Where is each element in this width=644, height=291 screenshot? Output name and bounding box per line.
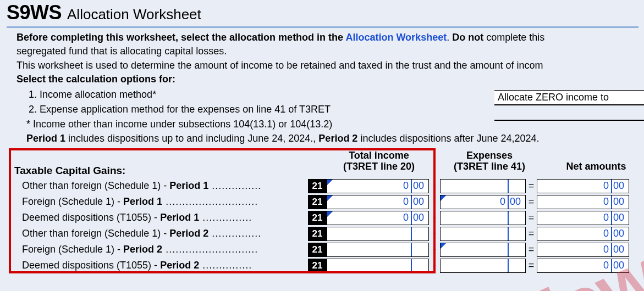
expenses-field[interactable]: 000: [440, 195, 526, 209]
header-expenses-1: Expenses: [447, 150, 532, 161]
header-expenses-2: (T3RET line 41): [447, 161, 532, 172]
line-number-box: 21: [308, 243, 327, 257]
net-amount-field[interactable]: 000: [537, 179, 629, 193]
allocation-method-field[interactable]: Allocate ZERO income to: [494, 90, 644, 121]
line-number-box: 21: [308, 227, 327, 241]
select-options-heading: Select the calculation options for:: [16, 73, 639, 86]
line-number-box: 21: [308, 259, 327, 273]
expenses-field[interactable]: [440, 243, 526, 257]
line-number-box: 21: [308, 195, 327, 209]
table-row: Other than foreign (Schedule 1) - Period…: [14, 226, 639, 242]
dropdown-indicator-icon: [327, 195, 333, 201]
title-divider: [7, 26, 639, 28]
net-amount-field[interactable]: 000: [537, 211, 629, 225]
line-number-box: 21: [308, 211, 327, 225]
expenses-field[interactable]: [440, 227, 526, 241]
row-label: Deemed dispositions (T1055) - Period 1 .…: [14, 212, 308, 223]
dropdown-indicator-icon: [441, 243, 446, 249]
row-label: Other than foreign (Schedule 1) - Period…: [14, 180, 308, 192]
equals-op: =: [526, 260, 537, 271]
periods-note: Period 1 includes dispositions up to and…: [16, 132, 639, 145]
total-income-field[interactable]: 000: [327, 179, 429, 193]
allocation-worksheet-link[interactable]: Allocation Worksheet: [345, 32, 447, 43]
intro-para-2: This worksheet is used to determine the …: [16, 59, 639, 72]
minus-op: -: [429, 228, 440, 239]
expenses-field[interactable]: [440, 259, 526, 273]
table-row: Foreign (Schedule 1) - Period 1 ........…: [14, 194, 639, 210]
minus-op: -: [429, 244, 440, 255]
form-title: Allocation Worksheet: [67, 6, 201, 23]
row-label: Deemed dispositions (T1055) - Period 2 .…: [14, 260, 308, 271]
net-amount-field[interactable]: 000: [537, 227, 629, 241]
table-row: Deemed dispositions (T1055) - Period 1 .…: [14, 210, 639, 226]
allocation-method-value[interactable]: Allocate ZERO income to: [494, 90, 644, 105]
equals-op: =: [526, 228, 537, 239]
period2-text: includes dispositions after June 24,2024…: [357, 133, 539, 144]
section-title: Taxable Capital Gains:: [14, 165, 125, 177]
header-total-income-1: Total income: [328, 150, 430, 161]
period1-label: Period 1: [26, 133, 65, 144]
equals-op: =: [526, 244, 537, 255]
row-label: Foreign (Schedule 1) - Period 2 ........…: [14, 244, 308, 255]
net-amount-field[interactable]: 000: [537, 259, 629, 273]
row-label: Foreign (Schedule 1) - Period 1 ........…: [14, 196, 308, 208]
net-amount-field[interactable]: 000: [537, 195, 629, 209]
equals-op: =: [526, 180, 537, 192]
expenses-field[interactable]: [440, 179, 526, 193]
intro-para-1-donot: Do not: [452, 32, 483, 43]
total-income-field[interactable]: 000: [327, 211, 429, 225]
period2-label: Period 2: [318, 133, 357, 144]
row-label: Other than foreign (Schedule 1) - Period…: [14, 228, 308, 239]
form-code: S9WS: [7, 1, 62, 24]
total-income-field[interactable]: [327, 243, 429, 257]
intro-para-1-tail: complete this: [483, 32, 544, 43]
equals-op: =: [526, 212, 537, 223]
minus-op: -: [429, 260, 440, 271]
minus-op: -: [429, 180, 440, 192]
expenses-field[interactable]: [440, 211, 526, 225]
dropdown-indicator-icon: [327, 180, 333, 185]
header-net-amounts: Net amounts: [550, 161, 642, 172]
dropdown-indicator-icon: [327, 211, 333, 217]
table-row: Foreign (Schedule 1) - Period 2 ........…: [14, 242, 639, 258]
allocation-method-underline: [494, 108, 644, 121]
equals-op: =: [526, 196, 537, 208]
table-row: Deemed dispositions (T1055) - Period 2 .…: [14, 258, 639, 273]
period1-text: includes dispositions up to and includin…: [65, 133, 318, 144]
intro-para-1b: segregated fund that is allocating capit…: [16, 45, 639, 58]
total-income-field[interactable]: 000: [327, 195, 429, 209]
minus-op: -: [429, 212, 440, 223]
table-row: Other than foreign (Schedule 1) - Period…: [14, 178, 639, 194]
header-total-income-2: (T3RET line 20): [328, 161, 430, 172]
intro-para-1-pre: Before completing this worksheet, select…: [16, 32, 345, 43]
dropdown-indicator-icon: [441, 195, 446, 201]
minus-op: -: [429, 196, 440, 208]
intro-para-1-dot: .: [447, 32, 452, 43]
intro-para-1: Before completing this worksheet, select…: [16, 31, 639, 44]
total-income-field[interactable]: [327, 227, 429, 241]
total-income-field[interactable]: [327, 259, 429, 273]
line-number-box: 21: [308, 179, 327, 193]
net-amount-field[interactable]: 000: [537, 243, 629, 257]
